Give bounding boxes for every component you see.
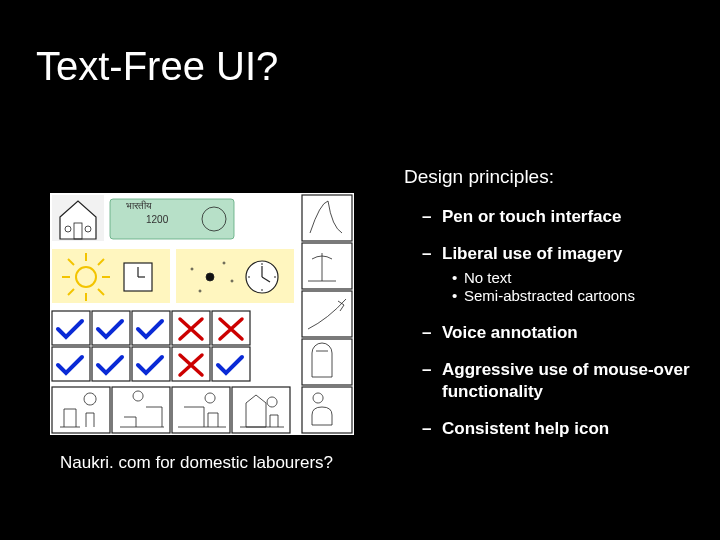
principle-label: Consistent help icon	[442, 419, 609, 438]
principle-subitem: No text	[442, 269, 704, 288]
principles-heading: Design principles:	[404, 166, 704, 188]
svg-rect-52	[302, 387, 352, 433]
principle-item: Pen or touch interface	[404, 206, 704, 227]
banknote-cell: 1200 भारतीय	[110, 199, 234, 239]
figure-caption: Naukri. com for domestic labourers?	[60, 453, 333, 473]
principle-sublist: No text Semi-abstracted cartoons	[442, 269, 704, 307]
svg-rect-8	[302, 195, 352, 241]
svg-rect-51	[232, 387, 290, 433]
principle-item: Aggressive use of mouse-over functionali…	[404, 359, 704, 402]
principle-label: Pen or touch interface	[442, 207, 621, 226]
end-time-cell	[176, 249, 294, 303]
principles-list: Pen or touch interface Liberal use of im…	[404, 206, 704, 439]
principle-label: Voice annotation	[442, 323, 578, 342]
house-cell	[52, 195, 104, 241]
clock-icon	[124, 263, 152, 291]
svg-point-24	[206, 273, 214, 281]
svg-rect-50	[172, 387, 230, 433]
svg-rect-37	[302, 339, 352, 385]
slide-title: Text-Free UI?	[36, 44, 278, 89]
principle-label: Aggressive use of mouse-over functionali…	[442, 360, 690, 400]
principle-subitem: Semi-abstracted cartoons	[442, 287, 704, 306]
ui-mock-figure: 1200 भारतीय	[50, 193, 354, 435]
principle-item: Consistent help icon	[404, 418, 704, 439]
start-time-cell	[52, 249, 170, 303]
banknote-value: 1200	[146, 214, 169, 225]
principle-label: Liberal use of imagery	[442, 244, 622, 263]
svg-rect-48	[52, 387, 110, 433]
scene-row	[52, 387, 290, 433]
principle-item: Voice annotation	[404, 322, 704, 343]
clock-icon	[246, 261, 278, 293]
attendance-grid	[52, 311, 250, 381]
svg-rect-36	[302, 291, 352, 337]
principles-block: Design principles: Pen or touch interfac…	[404, 166, 704, 455]
svg-text:भारतीय: भारतीय	[126, 200, 152, 211]
principle-item: Liberal use of imagery No text Semi-abst…	[404, 243, 704, 306]
svg-rect-49	[112, 387, 170, 433]
svg-rect-9	[302, 243, 352, 289]
